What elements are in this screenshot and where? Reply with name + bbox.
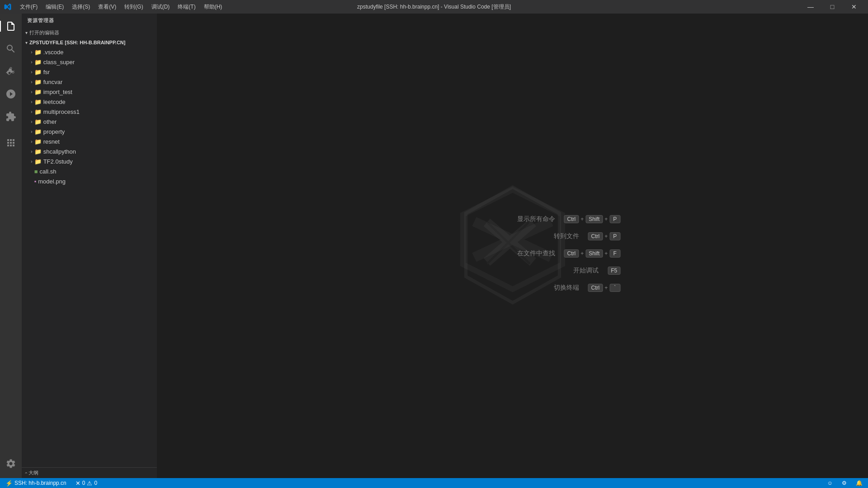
menu-debug[interactable]: 调试(D) [148,2,174,12]
folder-class-super[interactable]: › 📁 class_super [22,57,157,67]
errors-indicator[interactable]: ✕ 0 ⚠ 0 [74,478,99,488]
folder-other-label: other [43,118,57,125]
key-f: F [609,249,620,258]
shortcut-goto-file-label: 转到文件 [525,232,579,240]
key-ctrl: Ctrl [588,232,603,240]
feedback-icon[interactable]: ☺ [826,478,835,488]
remote-indicator[interactable]: ⚡ SSH: hh-b.brainpp.cn [4,478,68,488]
plus-icon: + [604,216,608,222]
close-button[interactable]: ✕ [844,0,864,14]
menu-edit[interactable]: 编辑(E) [42,2,67,12]
folder-import-test-label: import_test [43,89,72,95]
activity-remote[interactable] [0,132,22,154]
folder-vscode[interactable]: › 📁 .vscode [22,47,157,57]
folder-other[interactable]: › 📁 other [22,117,157,127]
shortcut-start-debug-label: 开始调试 [544,267,599,275]
folder-icon: 📁 [34,89,42,95]
remote-label: SSH: hh-b.brainpp.cn [14,480,66,486]
key-p: P [609,215,620,223]
project-section[interactable]: ▾ ZPSTUDYFILE [SSH: HH-B.BRAINPP.CN] [22,38,157,47]
folder-fsr[interactable]: › 📁 fsr [22,67,157,77]
sidebar-header: 资源管理器 [22,14,157,28]
folder-funcvar[interactable]: › 📁 funcvar [22,77,157,87]
folder-resnet-label: resnet [43,138,60,145]
folder-shcallpython[interactable]: › 📁 shcallpython [22,146,157,156]
key-p: P [609,232,620,240]
activity-settings[interactable] [0,453,22,474]
menu-help[interactable]: 帮助(H) [200,2,226,12]
key-ctrl: Ctrl [564,215,579,223]
key-ctrl: Ctrl [564,249,579,258]
folder-import-test[interactable]: › 📁 import_test [22,87,157,97]
chevron-right-icon: › [31,59,33,65]
shortcut-all-commands-label: 显示所有命令 [501,215,555,223]
warning-icon: ⚠ [87,480,92,487]
menu-goto[interactable]: 转到(G) [121,2,146,12]
key-shift: Shift [585,215,603,223]
activity-git[interactable] [0,61,22,82]
plus-icon: + [604,233,608,239]
folder-leetcode[interactable]: › 📁 leetcode [22,97,157,107]
folder-class-super-label: class_super [43,59,75,66]
menu-view[interactable]: 查看(V) [94,2,120,12]
status-bar-right: ☺ ⚙ 🔔 [826,478,864,488]
sidebar-content: ▾ 打开的编辑器 ▾ ZPSTUDYFILE [SSH: HH-B.BRAINP… [22,28,157,467]
folder-icon: 📁 [34,69,42,75]
status-bar: ⚡ SSH: hh-b.brainpp.cn ✕ 0 ⚠ 0 ☺ ⚙ 🔔 [0,478,868,488]
folder-icon: 📁 [34,118,42,125]
folder-leetcode-label: leetcode [43,99,66,105]
open-editors-label: 打开的编辑器 [29,29,59,36]
window-title: zpstudyfile [SSH: hh-b.brainpp.cn] - Vis… [357,3,511,11]
folder-multiprocess1-label: multiprocess1 [43,108,80,115]
chevron-right-icon: › [31,99,33,104]
folder-property-label: property [43,128,65,135]
activity-debugrun[interactable] [0,83,22,105]
shortcut-all-commands: 显示所有命令 Ctrl + Shift + P [501,215,621,223]
folder-icon: 📁 [34,99,42,105]
shortcut-goto-file: 转到文件 Ctrl + P [501,232,621,240]
file-model-png[interactable]: › ▪ model.png [22,176,157,186]
folder-vscode-label: .vscode [43,49,64,56]
shortcut-find-in-files-keys: Ctrl + Shift + F [564,249,621,258]
shortcut-start-debug: 开始调试 F5 [501,267,621,275]
menu-select[interactable]: 选择(S) [68,2,94,12]
key-shift: Shift [585,249,603,258]
activity-explorer[interactable] [0,15,22,37]
folder-icon: 📁 [34,108,42,115]
menu-file[interactable]: 文件(F) [16,2,41,12]
minimize-button[interactable]: — [800,0,821,14]
folder-resnet[interactable]: › 📁 resnet [22,136,157,146]
folder-icon: 📁 [34,59,42,66]
sidebar: 资源管理器 ▾ 打开的编辑器 ▾ ZPSTUDYFILE [SSH: HH-B.… [22,14,157,478]
menu-terminal[interactable]: 终端(T) [174,2,199,12]
activity-search[interactable] [0,38,22,60]
folder-tf2study[interactable]: › 📁 TF2.0study [22,156,157,166]
notifications-icon[interactable]: 🔔 [854,478,864,488]
open-editors-section[interactable]: ▾ 打开的编辑器 [22,28,157,38]
window-controls: — □ ✕ [800,0,864,14]
shortcut-toggle-terminal: 切换终端 Ctrl + ` [501,284,621,292]
plus-icon: + [580,216,584,222]
chevron-right-icon: › [31,149,33,154]
open-editors-chevron-icon: ▾ [25,30,28,35]
folder-tf2study-label: TF2.0study [43,158,73,165]
folder-multiprocess1[interactable]: › 📁 multiprocess1 [22,107,157,117]
titlebar-left: 文件(F) 编辑(E) 选择(S) 查看(V) 转到(G) 调试(D) 终端(T… [4,2,226,12]
image-file-icon: ▪ [34,178,37,185]
chevron-right-icon: › [31,119,33,124]
maximize-button[interactable]: □ [822,0,843,14]
shortcut-all-commands-keys: Ctrl + Shift + P [564,215,621,223]
project-name-label: ZPSTUDYFILE [SSH: HH-B.BRAINPP.CN] [29,40,125,45]
chevron-right-icon: › [31,139,33,144]
chevron-right-icon: › [31,129,33,134]
shortcut-start-debug-keys: F5 [608,267,620,275]
folder-property[interactable]: › 📁 property [22,127,157,136]
share-icon: ⚙ [842,480,847,486]
activity-extensions[interactable] [0,106,22,127]
chevron-right-icon: › [31,89,33,94]
file-call-sh[interactable]: › ■ call.sh [22,166,157,176]
key-ctrl: Ctrl [588,284,603,292]
chevron-right-icon: › [31,69,33,75]
live-share-icon[interactable]: ⚙ [840,478,849,488]
outline-section[interactable]: › 大纲 [22,467,157,478]
